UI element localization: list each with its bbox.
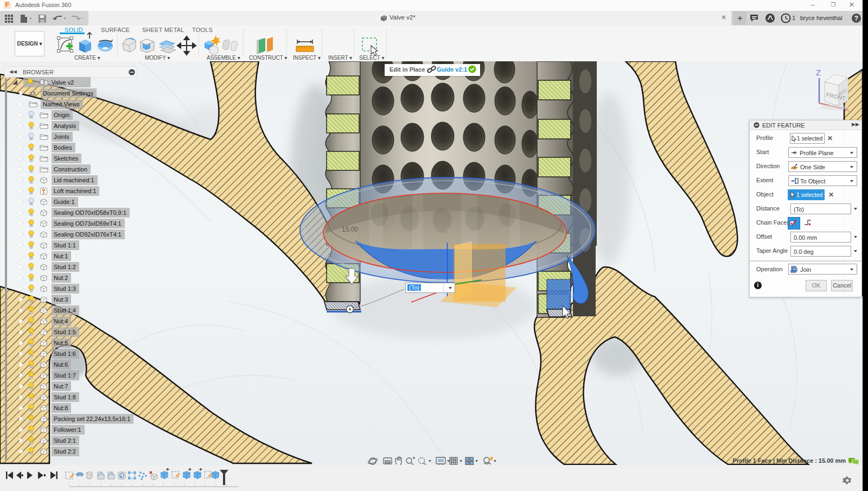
svg-text:15.00: 15.00 (342, 226, 358, 233)
svg-text:Z: Z (816, 68, 821, 77)
svg-text:?: ? (854, 15, 858, 22)
